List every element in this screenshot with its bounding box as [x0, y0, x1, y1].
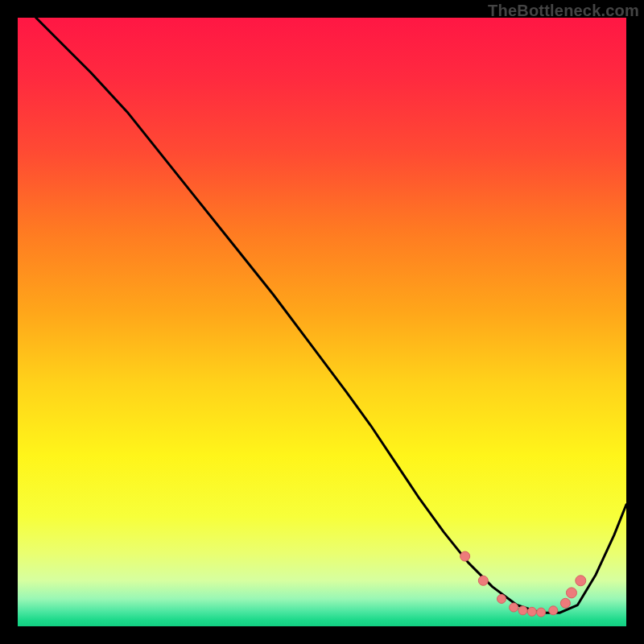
valley-dot — [576, 576, 586, 586]
chart-svg — [18, 18, 626, 626]
valley-dot — [510, 603, 518, 612]
valley-dot — [549, 606, 558, 615]
watermark-text: TheBottleneck.com — [488, 2, 639, 20]
valley-dot — [478, 576, 488, 585]
valley-dot — [518, 606, 527, 615]
valley-dot — [497, 594, 506, 603]
valley-dot — [560, 598, 570, 608]
chart-area — [18, 18, 626, 626]
gradient-background — [18, 18, 626, 626]
valley-dot — [566, 588, 576, 598]
valley-dot — [527, 607, 536, 616]
valley-dot — [460, 551, 470, 561]
valley-dot — [537, 608, 546, 617]
outer-frame: TheBottleneck.com — [0, 0, 644, 644]
